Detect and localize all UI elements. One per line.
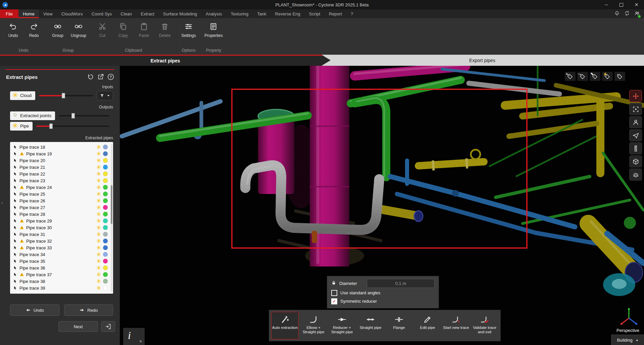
pipe-row[interactable]: !Pipe trace 37	[10, 271, 113, 278]
redo-button[interactable]: Redo	[24, 20, 44, 47]
next-button[interactable]: Next	[58, 321, 98, 332]
tag-remove-button[interactable]: −	[577, 72, 588, 81]
menu-reverse-eng[interactable]: Reverse Eng	[271, 9, 305, 18]
pipe-row[interactable]: Pipe trace 31	[10, 231, 113, 238]
pipe-row[interactable]: Pipe trace 23	[10, 177, 113, 184]
panel-collapse-handle[interactable]: ‹	[0, 197, 4, 209]
elevation-tool-button[interactable]	[629, 142, 642, 154]
checkbox-use-standard-angles[interactable]	[331, 290, 337, 296]
auto-extraction-button[interactable]: Auto extraction	[271, 312, 299, 339]
pipe-row[interactable]: Pipe trace 18	[10, 144, 113, 150]
cube-view-button[interactable]	[629, 155, 642, 167]
tag-plain-button[interactable]	[614, 72, 625, 81]
pipe-chip[interactable]: Pipe	[10, 122, 33, 131]
cloud-chip[interactable]: Cloud	[10, 91, 35, 100]
pipe-row[interactable]: !Pipe trace 19	[10, 150, 113, 157]
menu-coord-sys[interactable]: Coord Sys	[87, 9, 116, 18]
pipe-row[interactable]: Pipe trace 38	[10, 278, 113, 285]
straight-pipe-button[interactable]: Straight pipe	[357, 312, 384, 339]
menu-file[interactable]: File	[0, 9, 18, 18]
list-scrollbar[interactable]	[111, 144, 112, 292]
pipe-row[interactable]: Pipe trace 22	[10, 170, 113, 177]
minimize-button[interactable]	[599, 0, 614, 9]
help-button[interactable]: ?	[106, 72, 116, 82]
building-selector[interactable]: Building ▲	[611, 335, 644, 345]
move-tool-button[interactable]	[629, 90, 642, 102]
pipe-row[interactable]: !Pipe trace 33	[10, 244, 113, 251]
pipe-row[interactable]: Pipe trace 25	[10, 191, 113, 197]
menu-view[interactable]: View	[39, 9, 57, 18]
pipe-row[interactable]: Pipe trace 34	[10, 251, 113, 258]
menu-analysis[interactable]: Analysis	[201, 9, 226, 18]
close-button[interactable]: ✕	[629, 0, 644, 9]
ungroup-button[interactable]: Ungroup	[68, 20, 89, 47]
settings-button[interactable]: Settings	[179, 20, 199, 47]
paste-button[interactable]: Paste	[134, 20, 154, 47]
collaborators-button[interactable]	[634, 10, 640, 17]
delete-button[interactable]: Delete	[155, 20, 175, 47]
properties-button[interactable]: Properties	[202, 20, 225, 47]
reset-parameters-button[interactable]	[86, 72, 96, 82]
cloud-visibility-slider[interactable]	[39, 95, 93, 96]
menu-surface-modeling[interactable]: Surface Modeling	[159, 9, 201, 18]
pipe-row[interactable]: Pipe trace 36	[10, 264, 113, 271]
validate-exit-button[interactable]	[101, 321, 115, 332]
notifications-button[interactable]	[614, 10, 620, 17]
pipe-row[interactable]: !Pipe trace 30	[10, 224, 113, 231]
pipe-row[interactable]: Pipe trace 39	[10, 285, 113, 291]
diameter-input[interactable]: 0,1 m	[367, 279, 435, 288]
pipe-row[interactable]: !Pipe trace 32	[10, 238, 113, 244]
group-button[interactable]: Group	[48, 20, 68, 47]
pipe-row[interactable]: Pipe trace 21	[10, 164, 113, 170]
panel-undo-button[interactable]: Undo	[10, 304, 59, 316]
maximize-button[interactable]	[614, 0, 629, 9]
flange-button[interactable]: Flange	[385, 312, 413, 339]
edit-pipe-button[interactable]: Edit pipe	[414, 312, 441, 339]
sync-button[interactable]	[624, 10, 630, 17]
reducer-straight-pipe-button[interactable]: Reducer + Straight pipe	[328, 312, 356, 339]
export-settings-button[interactable]	[96, 72, 106, 82]
pipe-row[interactable]: Pipe trace 27	[10, 204, 113, 211]
undo-button[interactable]: Undo	[3, 20, 23, 47]
checkbox-row-use-standard-angles[interactable]: Use standard angles	[331, 289, 435, 297]
clipping-tool-button[interactable]	[629, 168, 642, 181]
tag-add-button[interactable]: +	[565, 72, 576, 81]
cut-button[interactable]: Cut	[92, 20, 112, 47]
fit-view-button[interactable]	[629, 103, 642, 115]
menu-clean[interactable]: Clean	[116, 9, 136, 18]
tag-flash-button[interactable]: ⚡	[602, 72, 613, 81]
panel-redo-button[interactable]: Redo	[64, 304, 113, 316]
copy-button[interactable]: Copy	[113, 20, 133, 47]
cloud-filter-dropdown[interactable]	[97, 91, 113, 100]
checkbox-row-symmetric-reducer[interactable]: ✓Symmetric reducer	[331, 297, 435, 305]
tag-edit-button[interactable]: ✎	[590, 72, 600, 81]
validate-trace-and-exit-button[interactable]: Validate trace and exit	[471, 312, 498, 339]
pipe-row[interactable]: Pipe trace 20	[10, 157, 113, 164]
fly-mode-button[interactable]	[629, 129, 642, 141]
menu-[interactable]: ?	[346, 9, 357, 18]
menu-cloudworx[interactable]: CloudWorx	[57, 9, 87, 18]
pipe-visibility-slider[interactable]	[37, 126, 109, 127]
checkbox-symmetric-reducer[interactable]: ✓	[331, 298, 337, 304]
perspective-label[interactable]: Perspective	[616, 328, 639, 333]
menu-tank[interactable]: Tank	[253, 9, 270, 18]
menu-texturing[interactable]: Texturing	[226, 9, 253, 18]
tab-extract-pipes[interactable]: Extract pipes	[0, 55, 331, 66]
menu-script[interactable]: Script	[305, 9, 325, 18]
pipe-row[interactable]: !Pipe trace 29	[10, 217, 113, 224]
menu-home[interactable]: Home	[18, 9, 39, 18]
elbow-straight-pipe-button[interactable]: Elbow + Straight pipe	[300, 312, 327, 339]
menu-extract[interactable]: Extract	[136, 9, 158, 18]
3d-viewport[interactable]: +−✎⚡ Diameter 0,1 m Use standard angles✓…	[120, 66, 644, 345]
info-box[interactable]: i »	[123, 328, 145, 345]
extracted-points-chip[interactable]: Extracted points	[10, 111, 55, 120]
axis-gizmo[interactable]	[619, 307, 639, 327]
pipe-row[interactable]: Pipe trace 28	[10, 211, 113, 217]
menu-report[interactable]: Report	[325, 9, 346, 18]
pipe-row[interactable]: Pipe trace 35	[10, 258, 113, 264]
start-new-trace-button[interactable]: +Start new trace	[442, 312, 470, 339]
user-view-button[interactable]	[629, 116, 642, 128]
tab-export-pipes[interactable]: Export pipes	[320, 55, 644, 66]
pipe-row[interactable]: !Pipe trace 24	[10, 184, 113, 191]
pipe-row[interactable]: Pipe trace 26	[10, 197, 113, 204]
